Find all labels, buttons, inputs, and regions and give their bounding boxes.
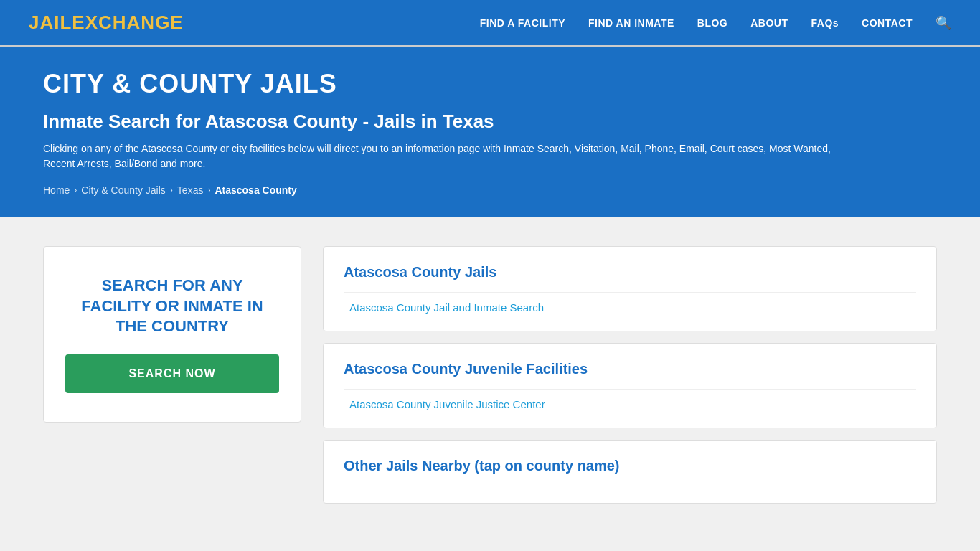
logo-exchange: EXCHANGE [72, 11, 183, 33]
chevron-icon-3: › [207, 185, 210, 195]
chevron-icon-1: › [74, 185, 77, 195]
breadcrumb: Home › City & County Jails › Texas › Ata… [43, 184, 937, 196]
hero-description: Clicking on any of the Atascosa County o… [43, 141, 832, 171]
breadcrumb-current: Atascosa County [215, 184, 296, 196]
nav-blog[interactable]: BLOG [697, 17, 727, 29]
search-widget: SEARCH FOR ANY FACILITY OR INMATE IN THE… [43, 246, 301, 423]
nav-contact[interactable]: CONTACT [862, 17, 913, 29]
nav-find-facility[interactable]: FIND A FACILITY [480, 17, 565, 29]
card-link-jail-inmate-search[interactable]: Atascosa County Jail and Inmate Search [344, 301, 916, 314]
card-link-juvenile-justice[interactable]: Atascosa County Juvenile Justice Center [344, 398, 916, 410]
card-title-juvenile[interactable]: Atascosa County Juvenile Facilities [344, 361, 916, 377]
card-title-jails[interactable]: Atascosa County Jails [344, 264, 916, 281]
search-widget-title: SEARCH FOR ANY FACILITY OR INMATE IN THE… [65, 276, 279, 337]
breadcrumb-home[interactable]: Home [43, 184, 70, 196]
nav-about[interactable]: ABOUT [750, 17, 788, 29]
nav-faqs[interactable]: FAQs [811, 17, 839, 29]
page-title: CITY & COUNTY JAILS [43, 69, 937, 99]
card-atascosa-jails: Atascosa County Jails Atascosa County Ja… [323, 246, 937, 331]
card-divider-2 [344, 389, 916, 390]
breadcrumb-state[interactable]: Texas [177, 184, 204, 196]
logo-jail: JAIL [29, 11, 72, 33]
nav-find-inmate[interactable]: FIND AN INMATE [588, 17, 674, 29]
card-juvenile-facilities: Atascosa County Juvenile Facilities Atas… [323, 343, 937, 428]
main-content: SEARCH FOR ANY FACILITY OR INMATE IN THE… [0, 217, 980, 532]
chevron-icon-2: › [170, 185, 173, 195]
hero-banner: CITY & COUNTY JAILS Inmate Search for At… [0, 47, 980, 217]
card-divider-1 [344, 292, 916, 293]
search-now-button[interactable]: SEARCH NOW [65, 354, 279, 393]
search-icon-button[interactable]: 🔍 [936, 15, 951, 31]
page-subtitle: Inmate Search for Atascosa County - Jail… [43, 110, 937, 133]
logo: JAILEXCHANGE [29, 11, 184, 34]
card-other-jails: Other Jails Nearby (tap on county name) [323, 440, 937, 504]
breadcrumb-city-county[interactable]: City & County Jails [81, 184, 165, 196]
main-nav: FIND A FACILITY FIND AN INMATE BLOG ABOU… [480, 15, 951, 31]
card-title-other-jails[interactable]: Other Jails Nearby (tap on county name) [344, 458, 916, 474]
cards-column: Atascosa County Jails Atascosa County Ja… [323, 246, 937, 504]
header: JAILEXCHANGE FIND A FACILITY FIND AN INM… [0, 0, 980, 47]
